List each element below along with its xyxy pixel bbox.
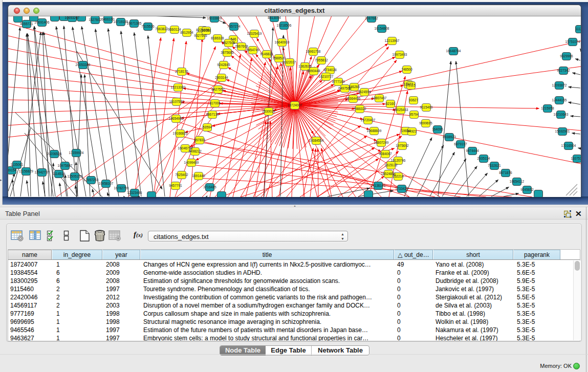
svg-text:14099489: 14099489 [184, 161, 199, 164]
svg-text:16154808: 16154808 [375, 27, 389, 30]
svg-text:1975692: 1975692 [396, 144, 409, 147]
svg-text:9084067: 9084067 [379, 152, 392, 156]
svg-text:16640910: 16640910 [275, 40, 290, 44]
svg-text:10654112: 10654112 [510, 180, 525, 183]
svg-text:20364436: 20364436 [346, 97, 361, 100]
svg-text:9146821: 9146821 [260, 52, 273, 56]
svg-text:3716485: 3716485 [203, 185, 216, 189]
svg-text:15692901: 15692901 [555, 129, 570, 133]
svg-text:17957253: 17957253 [84, 178, 99, 182]
svg-text:10973493: 10973493 [393, 53, 407, 56]
svg-text:8912954: 8912954 [180, 31, 193, 34]
svg-text:19218506: 19218506 [277, 24, 292, 27]
svg-text:2935114: 2935114 [477, 157, 490, 160]
svg-text:9699695: 9699695 [419, 121, 432, 125]
svg-text:19654985: 19654985 [169, 117, 184, 120]
svg-text:857833: 857833 [194, 138, 205, 142]
svg-text:1114519: 1114519 [53, 172, 66, 176]
svg-text:317006: 317006 [209, 101, 221, 105]
svg-text:3498222: 3498222 [188, 149, 202, 153]
svg-text:7515526: 7515526 [141, 25, 155, 28]
svg-text:6734028: 6734028 [323, 68, 337, 72]
svg-text:10210643: 10210643 [554, 113, 569, 116]
svg-text:8938923: 8938923 [443, 135, 456, 139]
svg-text:10975887: 10975887 [58, 164, 73, 167]
svg-text:7955812: 7955812 [315, 58, 328, 62]
svg-text:7632621: 7632621 [488, 164, 501, 167]
svg-text:12093872: 12093872 [552, 83, 567, 87]
svg-text:7986322: 7986322 [353, 107, 366, 111]
svg-text:19166825: 19166825 [173, 132, 188, 135]
svg-text:1362615: 1362615 [298, 64, 312, 68]
svg-text:10688609: 10688609 [367, 129, 382, 133]
svg-text:2867608: 2867608 [235, 45, 248, 48]
svg-text:7663822: 7663822 [155, 27, 168, 31]
svg-text:7625402: 7625402 [175, 173, 188, 177]
svg-text:1615132: 1615132 [384, 163, 398, 167]
svg-text:1691440: 1691440 [192, 174, 205, 178]
svg-text:8322037: 8322037 [283, 60, 296, 64]
svg-text:20206536: 20206536 [47, 152, 62, 156]
svg-text:1588520: 1588520 [272, 56, 286, 60]
svg-text:15720407: 15720407 [361, 118, 376, 122]
svg-text:16107552: 16107552 [169, 100, 184, 103]
svg-text:19384554: 19384554 [309, 139, 324, 142]
svg-text:9245652: 9245652 [520, 188, 534, 191]
svg-text:20691406: 20691406 [35, 20, 50, 24]
svg-text:16671385: 16671385 [127, 21, 142, 25]
svg-text:95794: 95794 [409, 113, 419, 116]
svg-text:16058: 16058 [202, 29, 211, 32]
svg-text:1135061: 1135061 [11, 163, 24, 166]
svg-text:17016504: 17016504 [561, 144, 576, 147]
svg-text:16648784: 16648784 [446, 49, 461, 53]
svg-text:10025453: 10025453 [394, 108, 408, 112]
svg-text:9660124: 9660124 [168, 28, 181, 31]
svg-text:16210727: 16210727 [319, 75, 334, 78]
svg-text:10653267: 10653267 [65, 16, 80, 19]
svg-text:6879197: 6879197 [454, 142, 467, 146]
svg-text:9327505: 9327505 [194, 34, 207, 37]
svg-text:53594: 53594 [203, 125, 212, 129]
svg-text:14136141: 14136141 [371, 184, 386, 187]
svg-text:9777169: 9777169 [332, 80, 345, 83]
svg-text:2087682: 2087682 [365, 16, 378, 20]
svg-text:9115460: 9115460 [420, 105, 433, 109]
svg-text:12505155: 12505155 [68, 174, 82, 178]
svg-text:39154: 39154 [8, 168, 16, 172]
svg-text:164095: 164095 [432, 127, 443, 131]
svg-text:1527602: 1527602 [89, 18, 102, 21]
svg-text:3875685: 3875685 [221, 51, 234, 54]
svg-text:9329966: 9329966 [560, 54, 573, 58]
svg-text:2530029: 2530029 [262, 110, 275, 113]
svg-text:8454749: 8454749 [246, 48, 259, 52]
svg-text:11123: 11123 [575, 27, 581, 31]
svg-text:15751074: 15751074 [565, 40, 580, 43]
svg-text:8990448: 8990448 [307, 69, 320, 73]
svg-text:16961758: 16961758 [306, 50, 321, 53]
svg-text:6466160: 6466160 [101, 17, 115, 21]
svg-text:4055721: 4055721 [20, 22, 33, 26]
svg-text:9457791: 9457791 [169, 184, 182, 187]
svg-text:10807467: 10807467 [372, 96, 387, 100]
svg-text:1733426: 1733426 [395, 187, 408, 190]
svg-text:746266: 746266 [349, 85, 360, 89]
svg-text:20053346: 20053346 [76, 63, 91, 67]
svg-text:12213967: 12213967 [385, 39, 400, 42]
svg-text:2803144: 2803144 [215, 76, 228, 79]
svg-text:8186328: 8186328 [211, 36, 224, 40]
svg-text:16782759: 16782759 [114, 186, 129, 190]
svg-text:7357274: 7357274 [227, 25, 241, 28]
svg-text:9242845: 9242845 [217, 63, 230, 67]
svg-text:252214: 252214 [393, 174, 404, 178]
svg-text:18807249: 18807249 [374, 141, 389, 144]
svg-text:16033809: 16033809 [207, 16, 222, 20]
svg-text:12325419: 12325419 [247, 32, 262, 35]
svg-text:17359924: 17359924 [69, 151, 84, 155]
svg-text:12444155: 12444155 [552, 98, 567, 102]
svg-text:2867130: 2867130 [206, 113, 219, 116]
svg-text:3624554: 3624554 [358, 90, 371, 94]
svg-text:10719185: 10719185 [114, 20, 128, 24]
svg-text:9527508: 9527508 [222, 41, 235, 45]
svg-text:12323446: 12323446 [127, 191, 142, 194]
svg-text:75115: 75115 [406, 83, 416, 87]
